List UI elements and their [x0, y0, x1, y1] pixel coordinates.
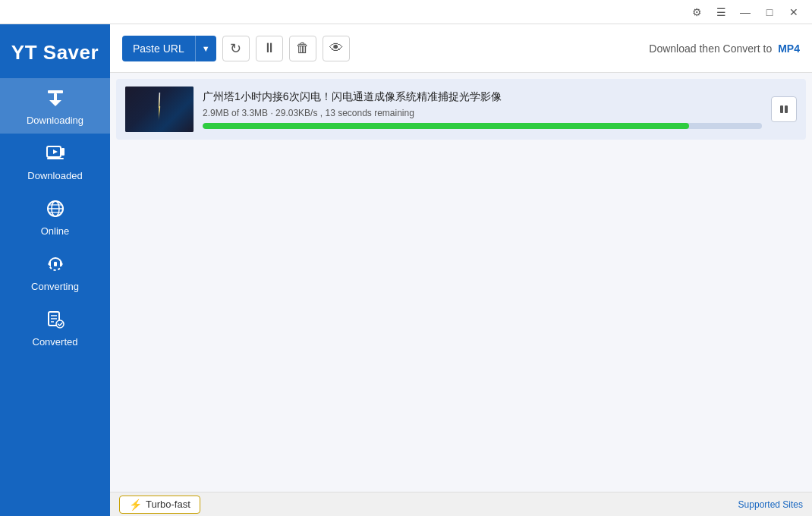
title-bar: ⚙ ☰ — □ ✕	[0, 0, 812, 24]
delete-button[interactable]: 🗑	[289, 36, 316, 61]
download-speed: 29.03KB/s	[275, 108, 317, 118]
svg-point-19	[56, 320, 64, 328]
minimize-button[interactable]: —	[733, 0, 757, 24]
downloaded-icon	[45, 143, 66, 167]
table-row: 广州塔1小时内接6次闪电！闪电通道成像系统精准捕捉光学影像 2.9MB of 3…	[116, 79, 806, 140]
supported-sites-link[interactable]: Supported Sites	[738, 499, 803, 510]
svg-rect-6	[61, 148, 65, 156]
content-area: Paste URL ▼ ↻ ⏸ 🗑 👁 Download then Conver…	[110, 24, 812, 516]
download-progress-row: 2.9MB of 3.3MB · 29.03KB/s , 13 seconds …	[203, 108, 762, 118]
svg-marker-2	[49, 100, 61, 106]
paste-url-button[interactable]: Paste URL ▼	[122, 36, 216, 61]
download-time: 13 seconds remaining	[325, 108, 414, 118]
sidebar-item-converted[interactable]: Converted	[0, 300, 110, 355]
paste-url-dropdown-arrow[interactable]: ▼	[196, 36, 216, 61]
svg-rect-5	[47, 158, 64, 159]
svg-rect-20	[780, 105, 783, 113]
convert-label: Download then Convert to	[649, 42, 772, 55]
sidebar-item-converted-label: Converted	[33, 336, 78, 348]
download-info: 广州塔1小时内接6次闪电！闪电通道成像系统精准捕捉光学影像 2.9MB of 3…	[203, 90, 762, 129]
download-list: 广州塔1小时内接6次闪电！闪电通道成像系统精准捕捉光学影像 2.9MB of 3…	[110, 73, 812, 492]
download-thumbnail	[125, 87, 194, 132]
item-pause-button[interactable]	[771, 96, 797, 122]
toolbar: Paste URL ▼ ↻ ⏸ 🗑 👁 Download then Conver…	[110, 24, 812, 73]
sidebar-item-online-label: Online	[41, 225, 70, 237]
online-icon	[45, 198, 66, 222]
download-size: 2.9MB	[203, 108, 229, 118]
sidebar-item-downloaded[interactable]: Downloaded	[0, 134, 110, 189]
window-controls: ⚙ ☰ — □ ✕	[685, 0, 806, 24]
paste-url-label: Paste URL	[122, 36, 196, 61]
progress-bar-fill	[203, 123, 689, 129]
svg-rect-21	[785, 105, 788, 113]
svg-rect-14	[54, 262, 57, 266]
convert-format-link[interactable]: MP4	[778, 42, 800, 55]
menu-button[interactable]: ☰	[709, 0, 733, 24]
download-icon	[45, 87, 66, 112]
main-container: YT Saver Downloading Downloade	[0, 24, 812, 516]
eye-button[interactable]: 👁	[323, 36, 350, 61]
converted-icon	[45, 309, 66, 333]
sidebar: YT Saver Downloading Downloade	[0, 24, 110, 516]
close-button[interactable]: ✕	[782, 0, 806, 24]
maximize-button[interactable]: □	[757, 0, 782, 24]
refresh-button[interactable]: ↻	[222, 36, 250, 61]
download-size-of: of	[231, 108, 241, 118]
download-title: 广州塔1小时内接6次闪电！闪电通道成像系统精准捕捉光学影像	[203, 90, 762, 103]
turbo-fast-button[interactable]: ⚡ Turbo-fast	[119, 496, 200, 514]
settings-button[interactable]: ⚙	[685, 0, 709, 24]
turbo-label: Turbo-fast	[146, 499, 190, 510]
progress-bar-container	[203, 123, 762, 129]
svg-rect-0	[48, 90, 63, 93]
pause-all-button[interactable]: ⏸	[256, 36, 283, 61]
download-size-total: 3.3MB	[241, 108, 268, 118]
sidebar-item-converting[interactable]: Converting	[0, 244, 110, 300]
turbo-icon: ⚡	[129, 499, 142, 511]
lightning-graphic	[159, 93, 161, 123]
converting-icon	[45, 253, 66, 278]
sidebar-item-downloaded-label: Downloaded	[27, 170, 82, 181]
download-stats: 2.9MB of 3.3MB · 29.03KB/s , 13 seconds …	[203, 108, 414, 118]
thumbnail-image	[125, 87, 194, 132]
sidebar-item-downloading-label: Downloading	[27, 115, 83, 126]
sidebar-item-converting-label: Converting	[31, 281, 79, 292]
sidebar-item-online[interactable]: Online	[0, 189, 110, 244]
app-title: YT Saver	[0, 30, 110, 78]
bottom-bar: ⚡ Turbo-fast Supported Sites	[110, 492, 812, 516]
svg-marker-4	[53, 149, 58, 154]
progress-bar-row	[203, 123, 762, 129]
sidebar-item-downloading[interactable]: Downloading	[0, 78, 110, 134]
